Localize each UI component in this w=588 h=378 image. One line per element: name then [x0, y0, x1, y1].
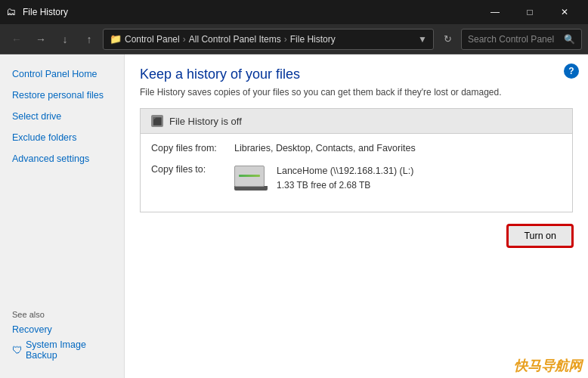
content-area: ? Keep a history of your files File Hist…: [125, 54, 588, 378]
drive-icon: [234, 166, 268, 191]
fh-body: Copy files from: Libraries, Desktop, Con…: [141, 134, 572, 212]
window-controls: — □ ✕: [478, 0, 582, 24]
watermark: 快马导航网: [514, 357, 582, 375]
close-button[interactable]: ✕: [547, 0, 582, 24]
up-button[interactable]: ↑: [79, 29, 100, 50]
path-control-panel: Control Panel: [125, 34, 180, 45]
address-box[interactable]: 📁 Control Panel › All Control Panel Item…: [103, 29, 434, 50]
shield-icon: 🛡: [12, 344, 23, 356]
path-all-items: All Control Panel Items: [189, 34, 281, 45]
address-dropdown-icon[interactable]: ▼: [418, 34, 427, 45]
sidebar-item-advanced-settings[interactable]: Advanced settings: [0, 148, 124, 169]
minimize-button[interactable]: —: [478, 0, 512, 24]
search-input[interactable]: Search Control Panel: [468, 34, 559, 45]
forward-button[interactable]: →: [30, 29, 51, 50]
help-icon[interactable]: ?: [564, 64, 579, 79]
titlebar-title: File History: [23, 7, 478, 17]
sidebar-item-restore-personal-files[interactable]: Restore personal files: [0, 85, 124, 106]
path-file-history: File History: [290, 34, 336, 45]
maximize-button[interactable]: □: [512, 0, 547, 24]
copy-to-row: Copy files to: LanceHome (\\192.168.1.31…: [151, 164, 562, 192]
sidebar-item-select-drive[interactable]: Select drive: [0, 106, 124, 127]
file-history-panel: ⬛ File History is off Copy files from: L…: [140, 108, 573, 212]
page-title: Keep a history of your files: [140, 67, 573, 82]
sidebar-item-recovery[interactable]: Recovery: [12, 322, 112, 337]
copy-from-row: Copy files from: Libraries, Desktop, Con…: [151, 143, 562, 153]
see-also-label: See also: [12, 310, 112, 319]
main-layout: Control Panel Home Restore personal file…: [0, 54, 588, 378]
sidebar-item-control-panel-home[interactable]: Control Panel Home: [0, 64, 124, 85]
search-icon[interactable]: 🔍: [564, 34, 575, 45]
sidebar-item-exclude-folders[interactable]: Exclude folders: [0, 127, 124, 148]
copy-from-value: Libraries, Desktop, Contacts, and Favori…: [234, 143, 416, 153]
refresh-button[interactable]: ↻: [437, 29, 458, 50]
drive-free: 1.33 TB free of 2.68 TB: [277, 178, 413, 192]
titlebar: 🗂 File History — □ ✕: [0, 0, 588, 24]
drive-info: LanceHome (\\192.168.1.31) (L:) 1.33 TB …: [277, 164, 413, 192]
drive-name: LanceHome (\\192.168.1.31) (L:): [277, 164, 413, 178]
search-box[interactable]: Search Control Panel 🔍: [461, 29, 582, 50]
dropdown-button[interactable]: ↓: [54, 29, 76, 50]
turn-on-button[interactable]: Turn on: [507, 225, 573, 247]
sidebar-item-system-image-backup[interactable]: 🛡 System Image Backup: [12, 337, 112, 363]
button-area: Turn on: [140, 225, 573, 247]
recovery-label: Recovery: [12, 324, 52, 335]
sidebar: Control Panel Home Restore personal file…: [0, 54, 125, 378]
fh-status-header: ⬛ File History is off: [141, 109, 572, 134]
fh-status-icon: ⬛: [151, 115, 163, 127]
copy-to-label: Copy files to:: [151, 164, 234, 175]
addressbar: ← → ↓ ↑ 📁 Control Panel › All Control Pa…: [0, 24, 588, 54]
back-button[interactable]: ←: [6, 29, 27, 50]
system-image-backup-label: System Image Backup: [26, 339, 112, 361]
drive-row: LanceHome (\\192.168.1.31) (L:) 1.33 TB …: [234, 164, 413, 192]
sidebar-see-also: See also Recovery 🛡 System Image Backup: [0, 301, 124, 369]
fh-status-text: File History is off: [169, 116, 242, 127]
page-description: File History saves copies of your files …: [140, 87, 573, 98]
app-icon: 🗂: [6, 6, 18, 18]
copy-from-label: Copy files from:: [151, 143, 234, 153]
address-text: Control Panel › All Control Panel Items …: [125, 34, 336, 45]
